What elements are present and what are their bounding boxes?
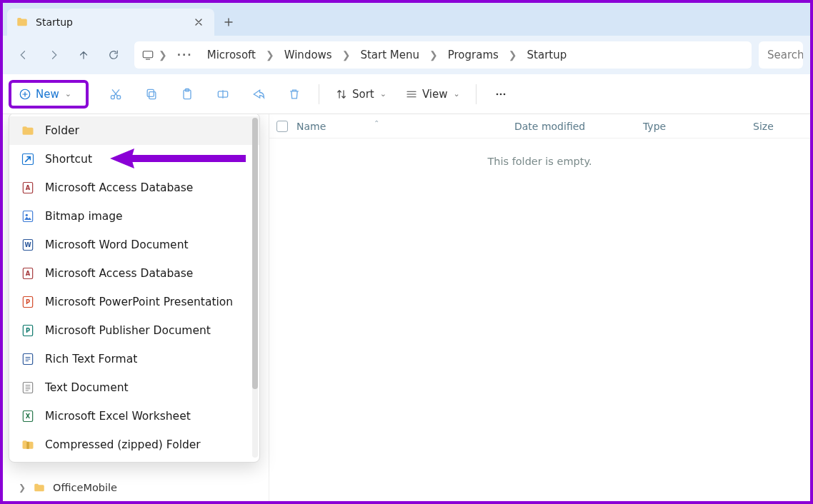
menu-item-folder[interactable]: Folder <box>9 116 259 145</box>
trash-icon <box>287 87 301 101</box>
command-toolbar: New ⌄ Sort ⌄ View ⌄ <box>3 74 810 114</box>
paste-button[interactable] <box>171 81 203 107</box>
menu-item-word[interactable]: W Microsoft Word Document <box>9 231 259 259</box>
dropdown-scrollbar[interactable] <box>252 118 258 458</box>
window-tab[interactable]: Startup <box>7 9 214 36</box>
rename-button[interactable] <box>207 81 239 107</box>
nav-refresh-button[interactable] <box>100 42 127 68</box>
column-header-type[interactable]: Type <box>643 121 753 132</box>
svg-rect-26 <box>23 383 32 393</box>
breadcrumb-overflow[interactable]: ··· <box>171 49 199 61</box>
column-header-date[interactable]: Date modified <box>514 121 643 132</box>
menu-item-text[interactable]: Text Document <box>9 373 259 402</box>
share-button[interactable] <box>243 81 274 107</box>
access-icon: A <box>21 181 35 195</box>
chevron-down-icon: ⌄ <box>65 89 71 99</box>
breadcrumb-item[interactable]: Start Menu <box>354 46 425 64</box>
empty-folder-message: This folder is empty. <box>269 138 810 167</box>
share-icon <box>251 87 266 101</box>
search-placeholder: Search <box>767 49 803 61</box>
folder-icon <box>16 16 29 29</box>
column-header-size[interactable]: Size <box>753 121 810 132</box>
view-button[interactable]: View ⌄ <box>398 81 467 107</box>
copy-icon <box>144 87 159 101</box>
svg-point-9 <box>496 93 498 95</box>
publisher-icon: P <box>21 323 35 338</box>
select-all-checkbox[interactable] <box>269 121 295 132</box>
tab-title: Startup <box>36 16 187 28</box>
menu-item-excel[interactable]: X Microsoft Excel Worksheet <box>9 402 259 430</box>
nav-back-button[interactable] <box>10 42 37 68</box>
cut-icon <box>109 87 123 101</box>
address-bar[interactable]: ❯ ··· Microsoft ❯ Windows ❯ Start Menu ❯… <box>134 41 752 69</box>
svg-text:W: W <box>24 241 31 248</box>
tree-item-label: OfficeMobile <box>53 482 117 493</box>
more-button[interactable] <box>485 81 517 107</box>
chevron-right-icon[interactable]: ❯ <box>507 49 519 61</box>
chevron-right-icon[interactable]: ❯ <box>157 49 169 61</box>
powerpoint-icon: P <box>21 295 35 309</box>
menu-item-shortcut[interactable]: Shortcut <box>9 145 259 173</box>
shortcut-icon <box>21 152 35 166</box>
menu-item-powerpoint[interactable]: P Microsoft PowerPoint Presentation <box>9 288 259 316</box>
rename-icon <box>216 87 230 101</box>
bitmap-icon <box>21 209 35 223</box>
new-button[interactable]: New ⌄ <box>11 81 79 107</box>
chevron-right-icon[interactable]: ❯ <box>428 49 439 61</box>
svg-point-11 <box>503 93 505 95</box>
new-tab-button[interactable] <box>214 9 243 36</box>
toolbar-separator <box>319 84 319 104</box>
search-input[interactable]: Search <box>759 41 803 69</box>
dropdown-scroll-thumb[interactable] <box>252 118 258 389</box>
menu-item-label: Microsoft Excel Worksheet <box>45 410 191 423</box>
folder-icon <box>33 481 46 494</box>
copy-button[interactable] <box>136 81 167 107</box>
menu-item-label: Compressed (zipped) Folder <box>45 438 201 451</box>
paste-icon <box>180 87 194 101</box>
menu-item-label: Microsoft Word Document <box>45 238 189 251</box>
svg-point-10 <box>499 93 502 95</box>
new-menu-dropdown: Folder Shortcut A Microsoft Access Datab… <box>9 114 260 463</box>
tab-close-button[interactable] <box>194 18 206 26</box>
sort-indicator-icon: ⌃ <box>374 119 379 127</box>
menu-item-access-alt[interactable]: A Microsoft Access Database <box>9 259 259 288</box>
breadcrumb-current[interactable]: Startup <box>522 46 573 64</box>
cut-button[interactable] <box>100 81 131 107</box>
menu-item-access[interactable]: A Microsoft Access Database <box>9 173 259 202</box>
sort-icon <box>335 88 348 101</box>
chevron-right-icon[interactable]: ❯ <box>19 483 26 493</box>
menu-item-label: Bitmap image <box>45 210 123 223</box>
breadcrumb-item[interactable]: Microsoft <box>201 46 261 64</box>
column-header-name[interactable]: Name ⌃ <box>295 121 514 132</box>
svg-rect-15 <box>23 211 32 222</box>
column-headers: Name ⌃ Date modified Type Size <box>269 114 810 138</box>
main-area: Folder Shortcut A Microsoft Access Datab… <box>3 114 810 501</box>
menu-item-label: Text Document <box>45 381 129 394</box>
nav-tree-item[interactable]: ❯ OfficeMobile <box>3 475 267 501</box>
menu-item-label: Microsoft Access Database <box>45 267 193 280</box>
nav-up-button[interactable] <box>70 42 97 68</box>
menu-item-publisher[interactable]: P Microsoft Publisher Document <box>9 316 259 345</box>
svg-text:X: X <box>26 413 31 420</box>
nav-forward-button[interactable] <box>40 42 67 68</box>
svg-text:A: A <box>26 184 31 191</box>
delete-button[interactable] <box>279 81 310 107</box>
chevron-right-icon[interactable]: ❯ <box>264 49 276 61</box>
menu-item-bitmap[interactable]: Bitmap image <box>9 202 259 231</box>
menu-item-label: Rich Text Format <box>45 353 137 366</box>
menu-item-rtf[interactable]: Rich Text Format <box>9 345 259 373</box>
text-icon <box>21 380 35 395</box>
svg-text:P: P <box>26 298 30 306</box>
toolbar-separator <box>476 84 477 104</box>
folder-icon <box>21 124 35 138</box>
more-icon <box>494 87 508 101</box>
pc-icon <box>141 49 154 61</box>
sort-button[interactable]: Sort ⌄ <box>328 81 394 107</box>
chevron-right-icon[interactable]: ❯ <box>341 49 352 61</box>
breadcrumb-item[interactable]: Windows <box>279 46 338 64</box>
menu-item-zip[interactable]: Compressed (zipped) Folder <box>9 430 259 459</box>
title-bar: Startup <box>3 3 810 36</box>
breadcrumb-item[interactable]: Programs <box>442 46 504 64</box>
svg-rect-29 <box>26 442 29 449</box>
view-label: View <box>422 88 448 101</box>
